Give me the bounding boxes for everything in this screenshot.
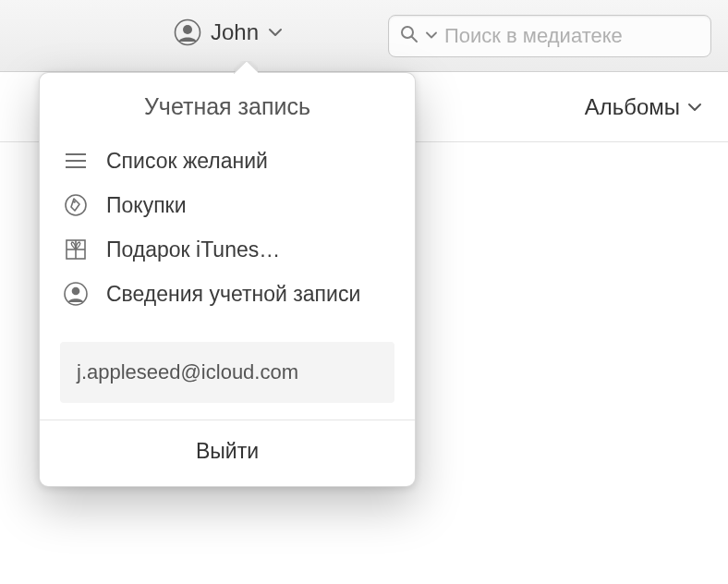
search-field[interactable] [388, 15, 711, 57]
account-popover: Учетная запись Список желаний Покупки [39, 72, 416, 487]
toolbar: John [0, 0, 728, 72]
gift-icon [62, 236, 90, 263]
chevron-down-icon [687, 94, 702, 120]
person-icon [174, 18, 201, 46]
search-icon [400, 25, 419, 47]
svg-point-8 [73, 201, 76, 203]
menu-item-label: Покупки [106, 193, 187, 218]
popover-title: Учетная запись [40, 73, 415, 135]
account-menu: Список желаний Покупки По [40, 135, 415, 325]
view-label: Альбомы [585, 94, 680, 120]
menu-item-wishlist[interactable]: Список желаний [40, 139, 415, 183]
account-button[interactable]: John [174, 18, 283, 46]
tag-icon [62, 191, 90, 219]
view-select[interactable]: Альбомы [585, 94, 702, 120]
svg-point-13 [72, 287, 80, 296]
chevron-down-icon [426, 28, 437, 44]
account-email: j.appleseed@icloud.com [60, 342, 394, 403]
menu-item-purchases[interactable]: Покупки [40, 183, 415, 227]
svg-point-7 [66, 195, 86, 215]
account-name: John [211, 19, 259, 45]
sign-out-button[interactable]: Выйти [40, 420, 415, 486]
menu-item-account-info[interactable]: Сведения учетной записи [40, 272, 415, 316]
popover-arrow [234, 61, 258, 74]
menu-item-label: Подарок iTunes… [106, 237, 280, 262]
svg-line-3 [412, 37, 417, 42]
svg-point-2 [402, 27, 413, 38]
person-icon [62, 280, 90, 308]
svg-point-1 [183, 25, 192, 34]
search-input[interactable] [444, 24, 699, 48]
chevron-down-icon [268, 25, 283, 40]
menu-item-label: Сведения учетной записи [106, 282, 360, 307]
menu-item-label: Список желаний [106, 149, 268, 174]
list-icon [62, 147, 90, 175]
menu-item-gift[interactable]: Подарок iTunes… [40, 227, 415, 272]
